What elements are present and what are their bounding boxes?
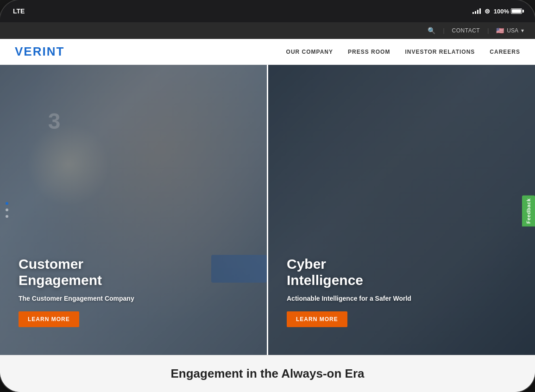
- bottom-headline: Engagement in the Always-on Era: [170, 367, 364, 381]
- feedback-tab-container: Feedback: [522, 196, 535, 227]
- bottom-section: Engagement in the Always-on Era: [0, 355, 535, 392]
- learn-more-button-left[interactable]: LEARN MORE: [19, 311, 79, 327]
- battery-icon: [511, 8, 522, 14]
- hero-subtitle-right: Actionable Intelligence for a Safer Worl…: [287, 295, 411, 302]
- battery-fill: [512, 9, 521, 13]
- battery-percent: 100%: [494, 8, 509, 15]
- nav-links: OUR COMPANY PRESS ROOM INVESTOR RELATION…: [286, 49, 520, 55]
- search-icon[interactable]: 🔍: [428, 27, 435, 34]
- learn-more-button-right[interactable]: LEARN MORE: [287, 311, 347, 327]
- nav-dots: [6, 202, 8, 218]
- lte-label: LTE: [13, 7, 25, 15]
- nav-link-investor-relations[interactable]: INVESTOR RELATIONS: [405, 49, 475, 55]
- chevron-down-icon: ▾: [521, 27, 524, 34]
- device-frame: LTE ⊜ 100% 🔍 | CONTACT | 🇺🇸: [0, 0, 535, 392]
- logo[interactable]: VERINT: [15, 44, 64, 59]
- hero-title-right: CyberIntelligence: [287, 256, 411, 288]
- nav-dot-1[interactable]: [6, 202, 8, 205]
- hero-title-left: CustomerEngagement: [19, 256, 134, 288]
- main-nav: VERINT OUR COMPANY PRESS ROOM INVESTOR R…: [0, 39, 535, 65]
- nav-link-press-room[interactable]: PRESS ROOM: [348, 49, 390, 55]
- nav-dot-2[interactable]: [6, 209, 8, 211]
- status-right: ⊜ 100%: [472, 7, 522, 15]
- usa-flag-icon: 🇺🇸: [496, 27, 504, 34]
- hero-content-right: CyberIntelligence Actionable Intelligenc…: [287, 256, 411, 327]
- contact-link[interactable]: CONTACT: [452, 27, 480, 34]
- signal-bars: [472, 8, 481, 14]
- utility-bar-items: 🔍 | CONTACT | 🇺🇸 USA ▾: [428, 27, 524, 34]
- nav-link-our-company[interactable]: OUR COMPANY: [286, 49, 333, 55]
- region-label: USA: [507, 27, 518, 34]
- wifi-icon: ⊜: [485, 7, 490, 15]
- status-bar: LTE ⊜ 100%: [0, 0, 535, 22]
- website: 🔍 | CONTACT | 🇺🇸 USA ▾ VERINT OUR COMPAN…: [0, 22, 535, 392]
- hero: 3 CustomerEngagement The Customer Engage…: [0, 65, 535, 355]
- panel-divider: [267, 65, 268, 355]
- feedback-tab[interactable]: Feedback: [522, 196, 535, 227]
- divider2: |: [487, 27, 489, 34]
- region-selector[interactable]: 🇺🇸 USA ▾: [496, 27, 524, 34]
- battery-container: 100%: [494, 8, 522, 15]
- divider: |: [443, 27, 444, 34]
- nav-dot-3[interactable]: [6, 215, 8, 218]
- utility-bar: 🔍 | CONTACT | 🇺🇸 USA ▾: [0, 22, 535, 39]
- hero-panel-left: 3 CustomerEngagement The Customer Engage…: [0, 65, 267, 355]
- hero-panel-right: CyberIntelligence Actionable Intelligenc…: [268, 65, 535, 355]
- nav-link-careers[interactable]: CAREERS: [490, 49, 520, 55]
- hero-content-left: CustomerEngagement The Customer Engageme…: [19, 256, 134, 327]
- hero-subtitle-left: The Customer Engagement Company: [19, 295, 134, 302]
